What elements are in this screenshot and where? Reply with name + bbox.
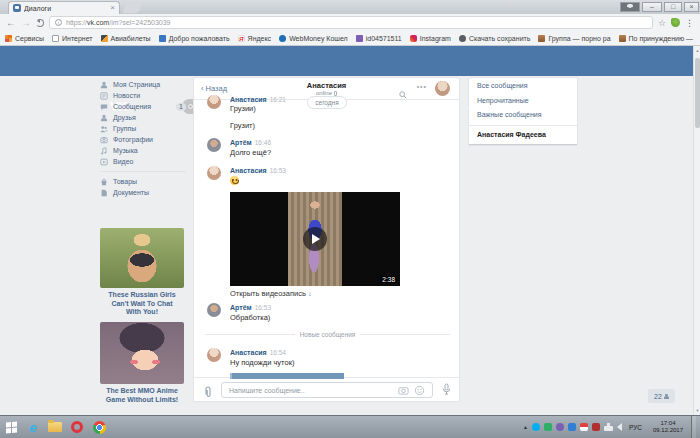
taskbar-ie[interactable]: e bbox=[22, 416, 44, 438]
vk-favicon bbox=[13, 4, 21, 12]
attach-paperclip-icon[interactable] bbox=[203, 384, 213, 402]
red-tray-icon[interactable] bbox=[580, 423, 588, 431]
bookmark-instagram[interactable]: Instagram bbox=[410, 35, 451, 42]
camera-icon[interactable] bbox=[398, 382, 409, 400]
chat-more-icon[interactable]: ••• bbox=[417, 83, 427, 90]
green-tray-icon[interactable] bbox=[544, 423, 552, 431]
sidebar-item-music[interactable]: Музыка bbox=[100, 145, 186, 156]
viber-tray-icon[interactable] bbox=[556, 423, 564, 431]
page-scrollbar[interactable]: ▲ ▼ bbox=[693, 46, 700, 415]
forward-icon[interactable]: → bbox=[21, 18, 31, 28]
friends-online-widget[interactable]: 22 bbox=[648, 389, 675, 403]
blue-tray-icon[interactable] bbox=[568, 423, 576, 431]
minimize-button[interactable]: – bbox=[642, 2, 662, 12]
download-favicon bbox=[459, 35, 466, 42]
scrollbar-thumb[interactable] bbox=[695, 58, 700, 128]
filter-important[interactable]: Важные сообщения bbox=[477, 111, 542, 118]
sidebar-item-market[interactable]: Товары bbox=[100, 176, 186, 187]
message-author[interactable]: Артём16:46 bbox=[230, 139, 271, 146]
message-time: 16:54 bbox=[270, 349, 286, 356]
clock[interactable]: 17:04 09.12.2017 bbox=[649, 420, 687, 434]
extension-icon[interactable] bbox=[671, 18, 680, 27]
bookmark-yandex[interactable]: ЯЯндекс bbox=[238, 35, 272, 42]
microphone-icon[interactable] bbox=[441, 382, 452, 400]
tab-title: Диалоги bbox=[24, 5, 107, 12]
browser-titlebar: Диалоги × – □ × bbox=[0, 0, 700, 14]
url-field[interactable]: i https://vk.com/im?sel=242503039 bbox=[49, 16, 653, 29]
ad-text-1[interactable]: These Russian GirlsCan't Wait To ChatWit… bbox=[96, 291, 188, 317]
new-tab-button[interactable] bbox=[122, 3, 142, 13]
info-icon[interactable]: i bbox=[55, 19, 62, 26]
profile-button[interactable] bbox=[620, 2, 640, 12]
sidebar-item-photos[interactable]: Фотографии bbox=[100, 134, 186, 145]
bookmark-webmoney[interactable]: WebMoney Кошел bbox=[279, 35, 348, 42]
sidebar-item-messages[interactable]: Сообщения1 bbox=[100, 101, 186, 112]
play-button-icon[interactable] bbox=[303, 227, 327, 251]
chat-peer-avatar[interactable] bbox=[435, 81, 450, 96]
sidebar-item-docs[interactable]: Документы bbox=[100, 187, 186, 198]
bookmark-group2[interactable]: По принуждению — bbox=[619, 35, 694, 42]
scroll-down-icon[interactable]: ▼ bbox=[694, 408, 700, 413]
filters-divider bbox=[469, 125, 577, 126]
browser-menu-icon[interactable]: ⋮ bbox=[685, 18, 694, 28]
video-attachment[interactable]: 2:38 bbox=[230, 192, 400, 286]
bookmark-download[interactable]: Скачать сохранить bbox=[459, 35, 531, 42]
reload-icon[interactable] bbox=[36, 19, 44, 27]
browser-tab[interactable]: Диалоги × bbox=[8, 1, 120, 14]
message-author[interactable]: Анастасия16:54 bbox=[230, 349, 286, 356]
sidebar-item-groups[interactable]: Группы bbox=[100, 123, 186, 134]
ad-image-2[interactable] bbox=[100, 322, 184, 384]
bookmark-services[interactable]: Сервисы bbox=[5, 35, 44, 42]
close-button[interactable]: × bbox=[684, 2, 699, 12]
bookmark-group1[interactable]: Группа — порно ра bbox=[538, 35, 610, 42]
start-button[interactable] bbox=[0, 416, 22, 438]
message-avatar[interactable] bbox=[207, 348, 221, 362]
opera-icon bbox=[71, 421, 83, 433]
bookmark-avia[interactable]: Авиабилеты bbox=[101, 35, 151, 42]
show-desktop-button[interactable] bbox=[691, 416, 696, 438]
message-avatar[interactable] bbox=[207, 95, 221, 109]
filter-all-messages[interactable]: Все сообщения bbox=[477, 82, 528, 89]
message-avatar[interactable] bbox=[207, 166, 221, 180]
open-video-link[interactable]: Открыть видеозапись ↓ bbox=[230, 289, 312, 298]
bookmark-star-icon[interactable]: ☆ bbox=[658, 18, 666, 28]
message-author[interactable]: Анастасия16:53 bbox=[230, 167, 286, 174]
smiley-icon[interactable] bbox=[414, 382, 425, 400]
skype-tray-icon[interactable] bbox=[532, 423, 540, 431]
tray-expand-icon[interactable]: ▲ bbox=[523, 424, 528, 430]
bookmark-internet[interactable]: Интернет bbox=[52, 35, 93, 42]
taskbar-chrome[interactable] bbox=[88, 416, 110, 438]
taskbar-opera[interactable] bbox=[66, 416, 88, 438]
bookmark-id[interactable]: id04571511 bbox=[356, 35, 402, 42]
selected-underline bbox=[469, 144, 577, 145]
sidebar-item-news[interactable]: Новости bbox=[100, 90, 186, 101]
message-avatar[interactable] bbox=[207, 303, 221, 317]
sidebar-item-video[interactable]: Видео bbox=[100, 156, 186, 167]
filters-panel: Все сообщения Непрочитанные Важные сообщ… bbox=[468, 77, 578, 146]
chrome-icon bbox=[93, 421, 106, 434]
selected-conversation[interactable]: Анастасия Фадеева bbox=[477, 131, 546, 138]
webmoney-icon bbox=[279, 35, 286, 42]
network-icon[interactable] bbox=[604, 423, 613, 431]
ad-text-2[interactable]: The Best MMO AnimeGame Without Limits! bbox=[96, 387, 188, 404]
language-indicator[interactable]: РУС bbox=[626, 424, 645, 431]
message-avatar[interactable] bbox=[207, 138, 221, 152]
tab-close-icon[interactable]: × bbox=[110, 4, 115, 12]
chat-search-icon[interactable] bbox=[399, 85, 407, 103]
filter-unread[interactable]: Непрочитанные bbox=[477, 97, 529, 104]
message-author[interactable]: Анастасия16:21 bbox=[230, 96, 286, 103]
volume-icon[interactable] bbox=[617, 423, 622, 431]
message-author[interactable]: Артём16:53 bbox=[230, 304, 271, 311]
taskbar-explorer[interactable] bbox=[44, 416, 66, 438]
bookmark-welcome[interactable]: Добро пожаловать bbox=[159, 35, 230, 42]
scroll-up-icon[interactable]: ▲ bbox=[694, 48, 700, 53]
sidebar-item-friends[interactable]: Друзья bbox=[100, 112, 186, 123]
back-icon[interactable]: ← bbox=[6, 18, 16, 28]
message-time: 16:53 bbox=[255, 304, 271, 311]
restore-button[interactable]: □ bbox=[664, 2, 682, 12]
darkred-tray-icon[interactable] bbox=[592, 423, 600, 431]
sidebar-item-profile[interactable]: Моя Страница bbox=[100, 79, 186, 90]
date: 09.12.2017 bbox=[653, 427, 683, 434]
folder-icon bbox=[48, 422, 62, 432]
ad-image-1[interactable] bbox=[100, 228, 184, 288]
